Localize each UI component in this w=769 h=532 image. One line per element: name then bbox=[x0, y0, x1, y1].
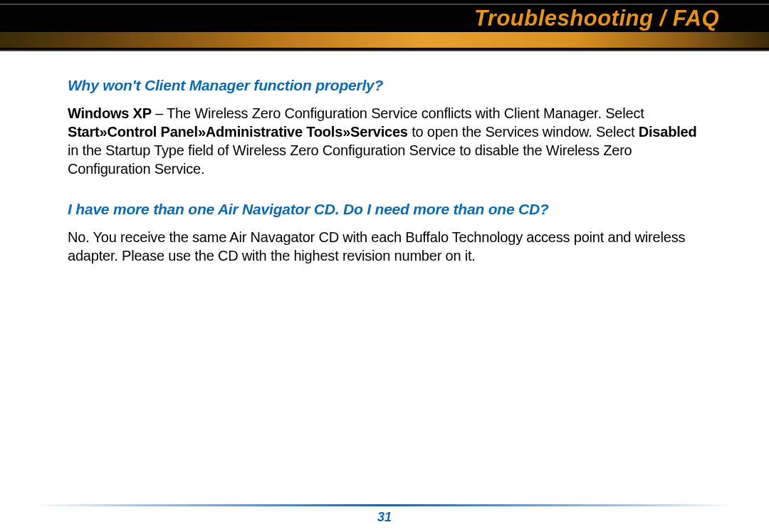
answer-text-2a: No. You receive the same Air Navagator C… bbox=[68, 229, 685, 264]
faq-answer-2: No. You receive the same Air Navagator C… bbox=[68, 228, 705, 265]
faq-question-1: Why won't Client Manager function proper… bbox=[68, 77, 705, 94]
faq-answer-1: Windows XP – The Wireless Zero Configura… bbox=[68, 104, 705, 178]
answer-bold-1b: Start»Control Panel»Administrative Tools… bbox=[68, 124, 408, 140]
header-band: Troubleshooting / FAQ bbox=[0, 0, 769, 51]
content-area: Why won't Client Manager function proper… bbox=[68, 77, 705, 288]
answer-text-1a: – The Wireless Zero Configuration Servic… bbox=[152, 105, 644, 121]
page-title: Troubleshooting / FAQ bbox=[474, 6, 719, 31]
header-stripe-bottom bbox=[0, 50, 769, 51]
header-gradient bbox=[0, 32, 769, 48]
answer-text-1b: to open the Services window. Select bbox=[408, 124, 639, 140]
answer-text-1c: in the Startup Type field of Wireless Ze… bbox=[68, 142, 632, 177]
header-stripe-top bbox=[0, 4, 769, 5]
page-number: 31 bbox=[0, 510, 769, 525]
footer-divider bbox=[34, 504, 735, 506]
faq-question-2: I have more than one Air Navigator CD. D… bbox=[68, 201, 705, 218]
answer-bold-1a: Windows XP bbox=[68, 105, 152, 121]
answer-bold-1c: Dis­abled bbox=[639, 124, 697, 140]
